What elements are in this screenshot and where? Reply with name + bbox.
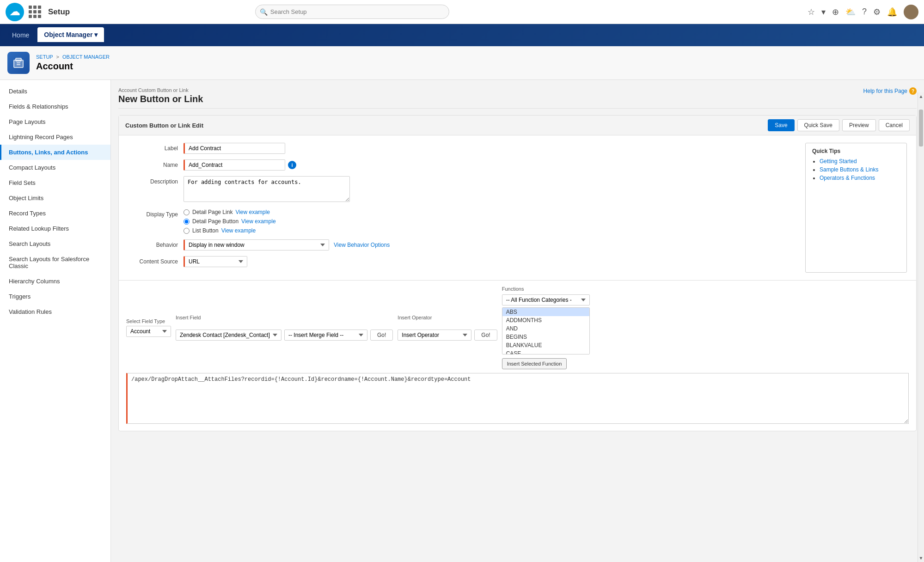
sidebar-item-triggers[interactable]: Triggers [0,289,110,304]
breadcrumb-object-manager-link[interactable]: OBJECT MANAGER [62,54,110,60]
select-field-type-group: Select Field Type Account Contact Opport… [126,318,171,337]
help-for-page-link[interactable]: Help for this Page ? [863,87,917,95]
search-input[interactable] [255,5,449,19]
description-textarea[interactable]: For adding contracts for accounts. [184,176,350,202]
behavior-select[interactable]: Display in new window Execute JavaScript… [184,239,329,250]
sidebar-item-page-layouts[interactable]: Page Layouts [0,114,110,129]
avatar[interactable] [904,5,918,19]
preview-button[interactable]: Preview [842,119,876,131]
radio-detail-page-button-input[interactable] [184,219,190,225]
detail-page-button-example[interactable]: View example [241,218,275,225]
insert-operator-select[interactable]: Insert Operator [398,330,471,341]
bell-icon[interactable]: 🔔 [887,7,897,17]
label-input[interactable] [184,143,285,154]
insert-merge-field-select[interactable]: -- Insert Merge Field -- [284,330,367,341]
star-icon[interactable]: ☆ [808,7,815,17]
breadcrumb-setup-link[interactable]: SETUP [36,54,53,60]
panel-actions: Save Quick Save Preview Cancel [768,119,910,131]
scroll-thumb[interactable] [919,110,923,147]
edit-panel-title: Custom Button or Link Edit [125,122,203,129]
save-button[interactable]: Save [768,119,794,131]
add-icon[interactable]: ⊕ [832,7,839,17]
function-blankvalue[interactable]: BLANKVALUE [502,341,589,349]
name-input[interactable] [184,159,285,171]
sidebar-item-details[interactable]: Details [0,84,110,99]
code-textarea[interactable]: /apex/DragDropAttach__AttachFiles?record… [126,373,909,424]
scroll-down-arrow[interactable]: ▼ [918,554,924,562]
sample-buttons-links-link[interactable]: Sample Buttons & Links [820,166,878,173]
top-navigation: ☁ Setup 🔍 ☆ ▾ ⊕ ⛅ ? ⚙ 🔔 [0,0,924,24]
content-source-select[interactable]: URL Visualforce Page OnClick JavaScript [184,256,247,267]
radio-detail-page-link: Detail Page Link View example [184,209,794,215]
operators-functions-link[interactable]: Operators & Functions [820,175,875,181]
settings-icon[interactable]: ⚙ [873,7,881,17]
breadcrumb-content: SETUP > OBJECT MANAGER Account [36,54,110,72]
quick-tips-item-getting-started: Getting Started [820,158,900,165]
quick-tips-item-operators: Operators & Functions [820,175,900,181]
object-manager-dropdown-icon[interactable]: ▾ [94,31,98,38]
radio-detail-page-link-input[interactable] [184,209,190,215]
sidebar: Details Fields & Relationships Page Layo… [0,80,111,562]
detail-page-link-example[interactable]: View example [235,209,269,215]
label-row: Label [128,143,794,154]
form-title: New Button or Link [118,94,203,104]
help-icon[interactable]: ? [862,7,867,17]
radio-list-button-label: List Button [192,227,219,234]
scroll-up-arrow[interactable]: ▲ [918,92,924,100]
sidebar-item-related-lookup-filters[interactable]: Related Lookup Filters [0,221,110,236]
cloud-icon[interactable]: ⛅ [845,7,856,17]
insert-operator-group: Insert Operator Insert Operator Go! [398,315,497,341]
breadcrumb-account-title: Account [36,61,110,72]
breadcrumb-separator: > [56,54,59,60]
function-begins[interactable]: BEGINS [502,333,589,341]
radio-list-button-input[interactable] [184,228,190,234]
app-grid-icon[interactable] [29,6,42,18]
select-field-type-select[interactable]: Account Contact Opportunity [126,326,171,337]
sidebar-item-lightning-record-pages[interactable]: Lightning Record Pages [0,129,110,145]
insert-field-go-button[interactable]: Go! [370,330,393,341]
cancel-button[interactable]: Cancel [879,119,910,131]
label-field-label: Label [128,143,184,152]
sidebar-item-search-layouts-classic[interactable]: Search Layouts for Salesforce Classic [0,251,110,274]
insert-operator-go-button[interactable]: Go! [474,330,497,341]
function-addmonths[interactable]: ADDMONTHS [502,316,589,324]
radio-detail-page-link-label: Detail Page Link [192,209,233,215]
top-nav-actions: ☆ ▾ ⊕ ⛅ ? ⚙ 🔔 [808,5,918,19]
sidebar-item-search-layouts[interactable]: Search Layouts [0,236,110,251]
sidebar-item-fields-relationships[interactable]: Fields & Relationships [0,99,110,114]
sidebar-item-hierarchy-columns[interactable]: Hierarchy Columns [0,274,110,289]
sidebar-item-record-types[interactable]: Record Types [0,206,110,221]
functions-category-select[interactable]: -- All Function Categories - Text Functi… [502,294,590,305]
object-manager-nav-link[interactable]: Object Manager ▾ [37,27,104,43]
quick-save-button[interactable]: Quick Save [797,119,839,131]
view-behavior-options-link[interactable]: View Behavior Options [334,242,390,248]
getting-started-link[interactable]: Getting Started [820,158,857,165]
display-type-control: Detail Page Link View example Detail Pag… [184,209,794,234]
name-field-control: i [184,159,794,171]
sidebar-item-validation-rules[interactable]: Validation Rules [0,304,110,319]
insert-field-object-select[interactable]: Zendesk Contact [Zendesk_Contact] -- Ins… [176,330,281,341]
radio-list-button: List Button View example [184,227,794,234]
form-body: Label Name i [119,135,916,280]
behavior-field-label: Behavior [128,239,184,248]
quick-tips-item-sample: Sample Buttons & Links [820,166,900,173]
dropdown-icon[interactable]: ▾ [821,7,826,17]
function-abs[interactable]: ABS [502,308,589,316]
functions-list[interactable]: ABS ADDMONTHS AND BEGINS BLANKVALUE CASE [502,307,590,354]
sidebar-item-compact-layouts[interactable]: Compact Layouts [0,160,110,175]
function-case[interactable]: CASE [502,349,589,354]
divider [118,108,917,109]
content-source-control: URL Visualforce Page OnClick JavaScript [184,256,794,267]
sidebar-item-buttons-links-actions[interactable]: Buttons, Links, and Actions [0,145,110,160]
behavior-row: Behavior Display in new window Execute J… [128,239,794,250]
list-button-example[interactable]: View example [221,227,256,234]
insert-selected-function-button[interactable]: Insert Selected Function [502,358,567,369]
quick-tips-list: Getting Started Sample Buttons & Links O… [812,158,900,181]
behavior-control: Display in new window Execute JavaScript… [184,239,794,250]
home-nav-link[interactable]: Home [6,28,36,43]
sidebar-item-object-limits[interactable]: Object Limits [0,190,110,206]
help-icon-circle: ? [909,87,917,95]
name-info-button[interactable]: i [288,161,296,169]
sidebar-item-field-sets[interactable]: Field Sets [0,175,110,190]
function-and[interactable]: AND [502,324,589,333]
